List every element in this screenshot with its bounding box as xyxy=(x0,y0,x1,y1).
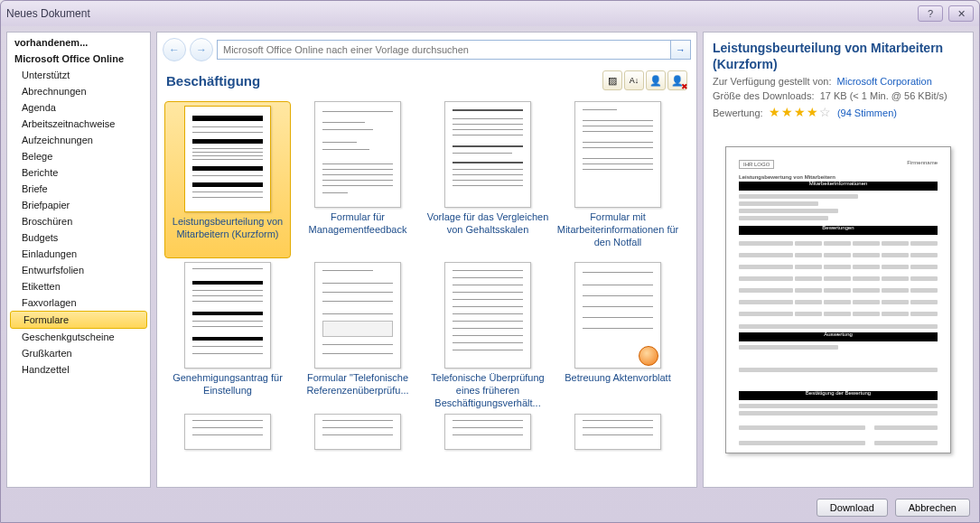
sidebar-item-draft-slides[interactable]: Entwurfsfolien xyxy=(7,262,150,278)
sidebar-item-timesheets[interactable]: Arbeitszeitnachweise xyxy=(7,116,150,132)
template-thumb xyxy=(184,262,271,369)
help-button[interactable]: ? xyxy=(918,5,943,22)
votes-link[interactable]: (94 Stimmen) xyxy=(837,107,897,118)
template-item[interactable] xyxy=(425,414,551,450)
meta-size: Größe des Downloads: 17 KB (< 1 Min. @ 5… xyxy=(713,90,964,101)
nav-forward-button[interactable]: → xyxy=(190,38,213,61)
sidebar-item-greeting-cards[interactable]: Grußkarten xyxy=(7,345,150,361)
view-toggle-icon[interactable]: ▨ xyxy=(602,70,622,90)
template-label: Formular mit Mitarbeiterinformationen fü… xyxy=(555,211,681,249)
template-label: Formular für Managementfeedback xyxy=(294,211,421,249)
template-thumb xyxy=(444,262,531,369)
template-thumb xyxy=(314,101,401,208)
sidebar-item-reports[interactable]: Berichte xyxy=(7,164,150,181)
template-item[interactable]: Telefonische Überprüfung eines früheren … xyxy=(425,262,551,410)
sidebar-item-gift-certificates[interactable]: Geschenkgutscheine xyxy=(7,329,150,345)
meta-rating: Bewertung: ★★★★☆ (94 Stimmen) xyxy=(713,105,964,119)
template-item[interactable]: Genehmigungsantrag für Einstellung xyxy=(164,262,291,410)
search-input[interactable] xyxy=(218,41,670,59)
template-thumb xyxy=(444,101,531,208)
sidebar-item-agenda[interactable]: Agenda xyxy=(7,99,150,116)
main-panel: ← → → Beschäftigung ▨ A↓ 👤 👤✖ xyxy=(156,32,697,488)
sidebar-item-forms[interactable]: Formulare xyxy=(10,311,147,329)
template-thumb xyxy=(314,262,401,369)
template-label: Leistungsbeurteilung von Mitarbeitern (K… xyxy=(165,216,290,254)
close-button[interactable]: ✕ xyxy=(948,5,974,22)
rating-stars-icon: ★★★★☆ xyxy=(769,105,832,119)
template-thumb xyxy=(574,414,661,450)
template-thumb xyxy=(574,262,661,369)
template-thumb xyxy=(444,414,531,450)
sidebar-item-invitations[interactable]: Einladungen xyxy=(7,246,150,262)
sidebar-item-stationery[interactable]: Briefpapier xyxy=(7,197,150,213)
meta-provided-by: Zur Verfügung gestellt von: Microsoft Co… xyxy=(713,76,964,87)
template-item[interactable] xyxy=(164,414,291,450)
template-thumb xyxy=(314,414,401,450)
template-item[interactable] xyxy=(555,414,681,450)
template-item[interactable]: Vorlage für das Vergleichen von Gehaltss… xyxy=(425,101,551,258)
template-thumb xyxy=(574,101,661,208)
template-item[interactable]: Formular "Telefonische Referenzenüberprü… xyxy=(294,262,421,410)
preview-title: Leistungsbeurteilung von Mitarbeitern (K… xyxy=(713,40,964,72)
template-item[interactable] xyxy=(294,414,421,450)
download-button[interactable]: Download xyxy=(817,499,888,517)
sidebar-item-records[interactable]: Aufzeichnungen xyxy=(7,132,150,148)
sidebar-item-receipts[interactable]: Belege xyxy=(7,148,150,164)
sidebar-item-existing[interactable]: vorhandenem... xyxy=(7,34,150,51)
template-thumb xyxy=(184,414,271,450)
template-label: Telefonische Überprüfung eines früheren … xyxy=(425,372,551,410)
user-icon[interactable]: 👤 xyxy=(646,70,666,90)
template-label: Formular "Telefonische Referenzenüberprü… xyxy=(294,372,421,410)
template-item[interactable]: Betreuung Aktenvorblatt xyxy=(555,262,681,410)
nav-back-button[interactable]: ← xyxy=(163,38,186,61)
category-sidebar: vorhandenem... Microsoft Office Online U… xyxy=(6,32,151,488)
template-item[interactable]: Leistungsbeurteilung von Mitarbeitern (K… xyxy=(164,101,291,258)
template-thumb xyxy=(184,106,271,212)
template-item[interactable]: Formular für Managementfeedback xyxy=(294,101,421,258)
sidebar-item-ms-office-online[interactable]: Microsoft Office Online xyxy=(7,51,150,67)
user-badge-icon xyxy=(639,346,658,366)
template-label: Betreuung Aktenvorblatt xyxy=(565,372,670,410)
template-grid: Leistungsbeurteilung von Mitarbeitern (K… xyxy=(157,94,696,487)
category-heading: Beschäftigung xyxy=(166,73,602,89)
sort-icon[interactable]: A↓ xyxy=(624,70,644,90)
sidebar-item-flyers[interactable]: Handzettel xyxy=(7,361,150,378)
cancel-button[interactable]: Abbrechen xyxy=(895,499,970,517)
window-title: Neues Dokument xyxy=(6,7,918,20)
provider-link[interactable]: Microsoft Corporation xyxy=(837,76,932,87)
sidebar-item-letters[interactable]: Briefe xyxy=(7,181,150,197)
sidebar-item-brochures[interactable]: Broschüren xyxy=(7,213,150,229)
sidebar-item-budgets[interactable]: Budgets xyxy=(7,229,150,246)
preview-panel: Leistungsbeurteilung von Mitarbeitern (K… xyxy=(703,32,974,488)
template-item[interactable]: Formular mit Mitarbeiterinformationen fü… xyxy=(555,101,681,258)
sidebar-item-fax[interactable]: Faxvorlagen xyxy=(7,294,150,311)
search-go-button[interactable]: → xyxy=(670,41,690,59)
sidebar-item-supported[interactable]: Unterstützt xyxy=(7,67,150,83)
button-row: Download Abbrechen xyxy=(1,493,979,522)
search-wrap: → xyxy=(217,40,691,60)
sidebar-item-invoices[interactable]: Abrechnungen xyxy=(7,83,150,99)
user-remove-icon[interactable]: 👤✖ xyxy=(667,70,687,90)
preview-document-thumb: IHR LOGO Firmenname Leistungsbewertung v… xyxy=(725,146,951,453)
titlebar: Neues Dokument ? ✕ xyxy=(1,1,979,26)
sidebar-item-labels[interactable]: Etiketten xyxy=(7,278,150,294)
template-label: Vorlage für das Vergleichen von Gehaltss… xyxy=(425,211,551,249)
template-label: Genehmigungsantrag für Einstellung xyxy=(164,372,291,410)
